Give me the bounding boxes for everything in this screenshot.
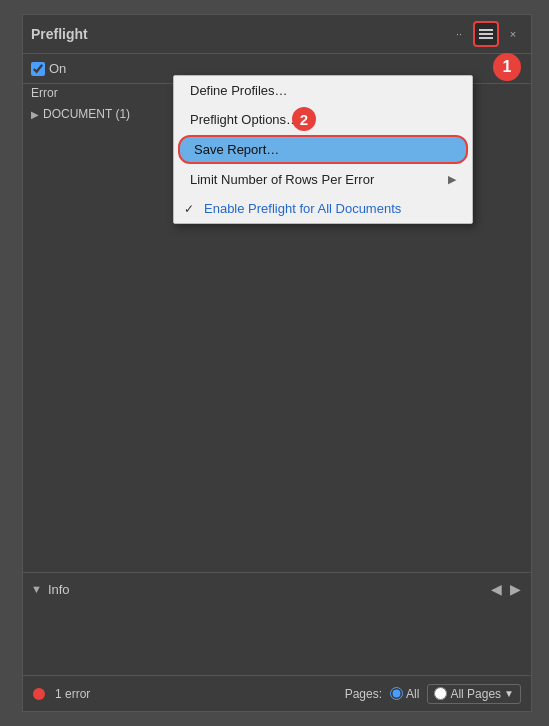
submenu-arrow-icon: ▶ xyxy=(448,173,456,186)
menu-item-limit-rows[interactable]: Limit Number of Rows Per Error ▶ xyxy=(174,165,472,194)
all-radio-text: All xyxy=(406,687,419,701)
info-nav: ◀ ▶ xyxy=(489,579,523,599)
preflight-options-label: Preflight Options… xyxy=(190,112,299,127)
pages-section: Pages: All All Pages ▼ xyxy=(345,684,521,704)
svg-rect-1 xyxy=(479,33,493,35)
title-bar-left: Preflight xyxy=(31,26,88,42)
panel-menu-button[interactable] xyxy=(473,21,499,47)
info-left: ▼ Info xyxy=(31,582,70,597)
close-button[interactable]: × xyxy=(503,24,523,44)
all-pages-radio[interactable] xyxy=(434,687,447,700)
title-bar-icons: ·· × xyxy=(449,21,523,47)
info-label: Info xyxy=(48,582,70,597)
menu-item-preflight-options[interactable]: Preflight Options… xyxy=(174,105,472,134)
all-radio-label[interactable]: All xyxy=(390,687,419,701)
pages-label: Pages: xyxy=(345,687,382,701)
error-indicator xyxy=(33,688,45,700)
on-checkbox-label[interactable]: On xyxy=(31,61,66,76)
menu-item-save-report[interactable]: Save Report… xyxy=(178,135,468,164)
title-bar: Preflight ·· × xyxy=(23,15,531,54)
save-report-label: Save Report… xyxy=(194,142,279,157)
info-chevron-icon: ▼ xyxy=(31,583,42,595)
preflight-panel: Preflight ·· × On Error ▶ DOCUMENT (1) xyxy=(22,14,532,712)
svg-rect-2 xyxy=(479,37,493,39)
on-checkbox[interactable] xyxy=(31,62,45,76)
status-bar: 1 error Pages: All All Pages ▼ xyxy=(23,675,531,711)
document-label: DOCUMENT (1) xyxy=(43,107,130,121)
enable-preflight-label: Enable Preflight for All Documents xyxy=(204,201,401,216)
all-pages-label: All Pages xyxy=(450,687,501,701)
define-profiles-label: Define Profiles… xyxy=(190,83,288,98)
all-radio[interactable] xyxy=(390,687,403,700)
info-section: ▼ Info ◀ ▶ xyxy=(23,572,531,605)
limit-rows-label: Limit Number of Rows Per Error xyxy=(190,172,374,187)
nav-prev-button[interactable]: ◀ xyxy=(489,579,504,599)
nav-next-button[interactable]: ▶ xyxy=(508,579,523,599)
dropdown-chevron-icon: ▼ xyxy=(504,688,514,699)
info-content-area xyxy=(23,605,531,675)
checkmark-icon: ✓ xyxy=(184,202,194,216)
all-pages-button[interactable]: All Pages ▼ xyxy=(427,684,521,704)
radio-group: All xyxy=(390,687,419,701)
context-menu: Define Profiles… Preflight Options… Save… xyxy=(173,75,473,224)
panel-title: Preflight xyxy=(31,26,88,42)
chevron-right-icon: ▶ xyxy=(31,109,39,120)
menu-item-define-profiles[interactable]: Define Profiles… xyxy=(174,76,472,105)
menu-item-enable-preflight[interactable]: ✓ Enable Preflight for All Documents xyxy=(174,194,472,223)
on-label: On xyxy=(49,61,66,76)
svg-rect-0 xyxy=(479,29,493,31)
collapse-button[interactable]: ·· xyxy=(449,24,469,44)
hamburger-icon xyxy=(479,28,493,40)
error-count: 1 error xyxy=(55,687,90,701)
